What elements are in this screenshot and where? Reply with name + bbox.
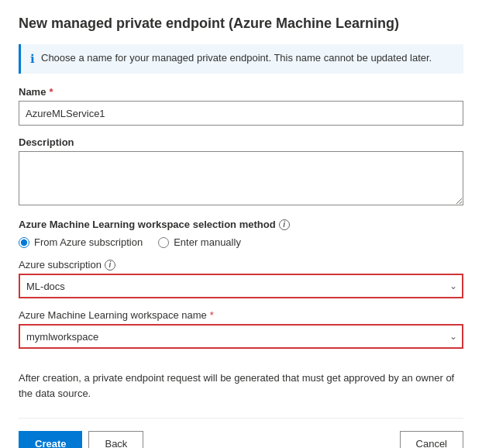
notice-text: After creation, a private endpoint reque… [19, 370, 463, 401]
name-label: Name * [19, 86, 463, 98]
description-field-group: Description [19, 136, 463, 208]
footer-divider [19, 418, 463, 419]
radio-from-azure[interactable]: From Azure subscription [19, 236, 143, 248]
workspace-name-required: * [210, 309, 214, 321]
workspace-selection-radio-group: From Azure subscription Enter manually [19, 236, 463, 248]
cancel-button[interactable]: Cancel [400, 431, 463, 448]
create-button[interactable]: Create [19, 431, 82, 448]
workspace-name-dropdown[interactable]: mymlworkspace [19, 324, 463, 349]
page-title: New managed private endpoint (Azure Mach… [19, 16, 463, 32]
info-banner: ℹ Choose a name for your managed private… [19, 44, 463, 74]
workspace-name-field-group: Azure Machine Learning workspace name * … [19, 309, 463, 349]
azure-subscription-dropdown-wrapper: ML-docs ⌄ [19, 274, 463, 298]
workspace-selection-group: Azure Machine Learning workspace selecti… [19, 219, 463, 360]
radio-from-azure-input[interactable] [19, 237, 29, 248]
name-input[interactable] [19, 101, 463, 126]
required-indicator: * [49, 86, 53, 98]
name-field-group: Name * [19, 86, 463, 126]
azure-subscription-field-group: Azure subscription i ML-docs ⌄ [19, 259, 463, 298]
description-input[interactable] [19, 151, 463, 205]
azure-subscription-dropdown[interactable]: ML-docs [19, 274, 463, 298]
radio-enter-manually-label: Enter manually [174, 236, 241, 248]
azure-subscription-info-icon[interactable]: i [105, 260, 115, 271]
workspace-selection-info-icon[interactable]: i [279, 219, 290, 230]
info-banner-text: Choose a name for your managed private e… [41, 52, 432, 64]
azure-subscription-label: Azure subscription i [19, 259, 463, 271]
back-button[interactable]: Back [88, 431, 143, 448]
workspace-name-label: Azure Machine Learning workspace name * [19, 309, 463, 321]
radio-enter-manually-input[interactable] [158, 237, 169, 248]
footer-buttons: Create Back Cancel [19, 431, 463, 448]
workspace-name-dropdown-wrapper: mymlworkspace ⌄ [19, 324, 463, 349]
description-label: Description [19, 136, 463, 148]
workspace-selection-label: Azure Machine Learning workspace selecti… [19, 219, 463, 230]
radio-enter-manually[interactable]: Enter manually [158, 236, 241, 248]
info-icon: ℹ [30, 52, 35, 66]
footer-right: Cancel [400, 431, 463, 448]
radio-from-azure-label: From Azure subscription [34, 236, 143, 248]
